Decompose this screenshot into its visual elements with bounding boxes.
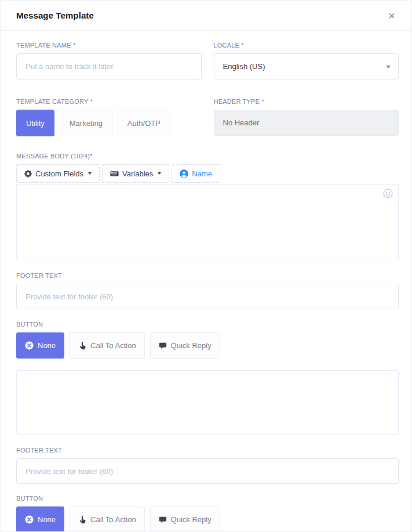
button-call-to-action-button[interactable]: Call To Action xyxy=(70,332,145,359)
modal-header: Message Template × xyxy=(1,1,411,31)
button-none-button-2[interactable]: None xyxy=(16,506,64,532)
person-circle-icon xyxy=(180,169,188,178)
keyboard-icon xyxy=(110,169,119,178)
modal-title: Message Template xyxy=(16,10,94,20)
template-category-group: Utility Marketing Auth/OTP xyxy=(16,110,202,136)
button-call-to-action-label: Call To Action xyxy=(90,515,136,524)
ban-circle-icon xyxy=(25,341,34,350)
footer-text-label: FOOTER TEXT xyxy=(16,447,399,454)
name-label: Name xyxy=(192,169,212,178)
button-quick-reply-button[interactable]: Quick Reply xyxy=(150,332,220,359)
footer-text-label: FOOTER TEXT xyxy=(16,272,399,280)
secondary-body-textarea[interactable] xyxy=(16,370,399,435)
modal-body: TEMPLATE NAME * LOCALE * English (US) TE… xyxy=(1,31,411,532)
button-quick-reply-button-2[interactable]: Quick Reply xyxy=(150,506,220,532)
button-none-label: None xyxy=(38,341,56,350)
button-call-to-action-label: Call To Action xyxy=(90,341,136,350)
row-category-header: TEMPLATE CATEGORY * Utility Marketing Au… xyxy=(16,98,399,136)
hand-pointer-icon xyxy=(78,342,86,350)
button-label: BUTTON xyxy=(16,495,399,502)
button-quick-reply-label: Quick Reply xyxy=(171,515,212,524)
caret-down-icon xyxy=(158,172,161,175)
template-name-input[interactable] xyxy=(16,53,202,79)
message-body-toolbar: Custom Fields Variables Name xyxy=(16,164,399,183)
custom-fields-label: Custom Fields xyxy=(35,169,83,178)
button-quick-reply-label: Quick Reply xyxy=(171,341,212,350)
message-body-label: MESSAGE BODY (1024)* xyxy=(16,153,399,160)
footer-text-section-2: FOOTER TEXT xyxy=(16,447,399,484)
hand-pointer-icon xyxy=(78,516,86,524)
message-body-section: MESSAGE BODY (1024)* Custom Fields Varia… xyxy=(16,153,399,259)
variables-label: Variables xyxy=(122,169,153,178)
category-auth-otp-button[interactable]: Auth/OTP xyxy=(118,110,170,136)
button-none-label: None xyxy=(38,515,56,524)
header-type-field: No Header xyxy=(214,110,399,136)
category-marketing-button[interactable]: Marketing xyxy=(60,110,112,136)
gear-icon xyxy=(24,170,32,178)
footer-text-input[interactable] xyxy=(16,284,399,309)
chat-bubble-icon xyxy=(159,342,167,350)
button-label: BUTTON xyxy=(16,321,399,328)
footer-text-input-2[interactable] xyxy=(16,458,399,484)
locale-select[interactable]: English (US) xyxy=(214,53,399,79)
button-call-to-action-button-2[interactable]: Call To Action xyxy=(70,506,145,532)
caret-down-icon xyxy=(88,172,92,175)
name-variable-button[interactable]: Name xyxy=(172,164,220,183)
custom-fields-button[interactable]: Custom Fields xyxy=(16,164,100,183)
footer-text-section-1: FOOTER TEXT xyxy=(16,272,399,309)
button-type-group-2: None Call To Action Quick Reply xyxy=(16,506,399,532)
button-section-1: BUTTON None Call To Action Quick Reply xyxy=(16,321,399,359)
template-name-label: TEMPLATE NAME * xyxy=(16,42,202,49)
chat-bubble-icon xyxy=(159,516,167,524)
smiley-icon[interactable] xyxy=(382,187,394,200)
ban-circle-icon xyxy=(25,515,34,524)
locale-label: LOCALE * xyxy=(214,42,399,49)
template-category-label: TEMPLATE CATEGORY * xyxy=(16,98,202,106)
category-utility-button[interactable]: Utility xyxy=(16,110,54,136)
button-section-2: BUTTON None Call To Action Quick Reply xyxy=(16,495,399,532)
message-body-textarea[interactable] xyxy=(16,184,399,259)
close-icon[interactable]: × xyxy=(386,8,398,23)
button-none-button[interactable]: None xyxy=(16,332,64,359)
variables-button[interactable]: Variables xyxy=(102,164,169,183)
row-name-locale: TEMPLATE NAME * LOCALE * English (US) xyxy=(16,42,399,79)
header-type-label: HEADER TYPE * xyxy=(214,98,399,106)
button-type-group: None Call To Action Quick Reply xyxy=(16,332,399,359)
chevron-down-icon xyxy=(386,66,391,68)
